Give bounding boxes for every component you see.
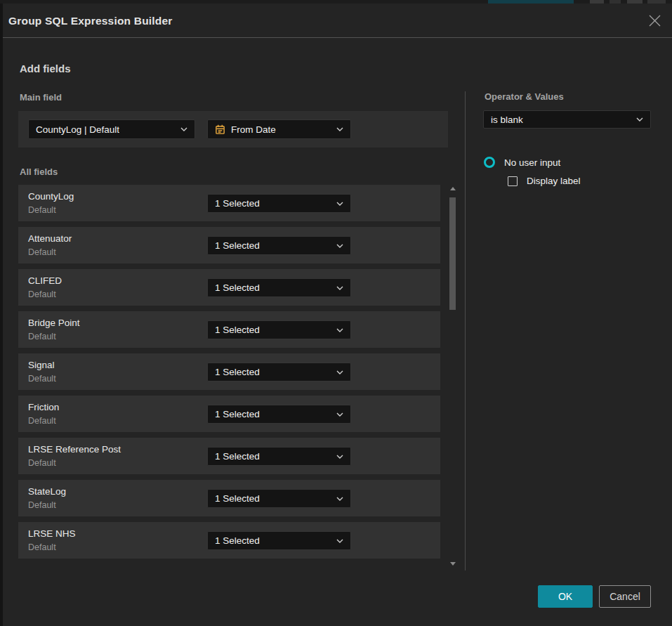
- scroll-up-icon[interactable]: [450, 187, 456, 190]
- field-values-select-value: 1 Selected: [215, 282, 260, 293]
- field-sublabel: Default: [28, 289, 56, 299]
- field-sublabel: Default: [28, 542, 56, 552]
- field-sublabel: Default: [28, 205, 56, 215]
- list-scrollbar[interactable]: [449, 185, 457, 568]
- radio-label: No user input: [504, 157, 560, 168]
- dialog-header: Group SQL Expression Builder: [3, 4, 672, 38]
- field-name: LRSE Reference Post: [28, 444, 121, 455]
- field-name: Bridge Point: [28, 318, 80, 328]
- chevron-down-icon: [336, 497, 343, 501]
- field-sublabel: Default: [28, 332, 56, 341]
- chevron-down-icon: [636, 117, 643, 122]
- field-row: LRSE NHS Default 1 Selected: [18, 522, 440, 559]
- all-fields-list: CountyLog Default 1 Selected Attenuator …: [18, 185, 440, 564]
- panel-divider: [465, 91, 466, 570]
- field-sublabel: Default: [28, 500, 56, 510]
- field-values-select[interactable]: 1 Selected: [207, 236, 351, 255]
- scroll-down-icon[interactable]: [450, 562, 456, 566]
- chevron-down-icon: [336, 244, 343, 248]
- main-field-box: CountyLog | Default From Date: [18, 111, 448, 148]
- field-values-select[interactable]: 1 Selected: [207, 278, 351, 297]
- main-layer-select-value: CountyLog | Default: [36, 124, 119, 135]
- field-name: Attenuator: [28, 233, 72, 244]
- field-sublabel: Default: [28, 374, 56, 384]
- field-row: CLIFED Default 1 Selected: [18, 269, 440, 306]
- ok-button[interactable]: OK: [538, 585, 593, 608]
- field-values-select[interactable]: 1 Selected: [207, 320, 351, 339]
- chevron-down-icon: [336, 328, 343, 332]
- chevron-down-icon: [336, 539, 343, 543]
- field-row: StateLog Default 1 Selected: [18, 480, 440, 516]
- field-values-select[interactable]: 1 Selected: [207, 489, 351, 508]
- radio-selected-icon: [484, 157, 495, 168]
- close-icon: [649, 15, 661, 27]
- main-field-select-value: From Date: [231, 124, 276, 135]
- add-fields-heading: Add fields: [20, 63, 71, 74]
- dialog-title: Group SQL Expression Builder: [8, 4, 173, 38]
- chevron-down-icon: [336, 202, 343, 206]
- no-user-input-radio[interactable]: No user input: [484, 157, 560, 168]
- field-values-select[interactable]: 1 Selected: [207, 447, 351, 466]
- field-values-select[interactable]: 1 Selected: [207, 194, 351, 213]
- field-values-select-value: 1 Selected: [215, 493, 260, 504]
- field-name: LRSE NHS: [28, 528, 76, 539]
- field-values-select-value: 1 Selected: [215, 367, 260, 377]
- chevron-down-icon: [336, 412, 343, 417]
- field-row: Attenuator Default 1 Selected: [18, 227, 440, 263]
- chevron-down-icon: [336, 455, 343, 459]
- checkbox-label: Display label: [527, 176, 581, 186]
- field-values-select-value: 1 Selected: [215, 451, 260, 462]
- field-values-select-value: 1 Selected: [215, 535, 260, 546]
- close-button[interactable]: [647, 13, 662, 28]
- field-values-select[interactable]: 1 Selected: [207, 363, 351, 382]
- field-name: CLIFED: [28, 275, 62, 286]
- field-values-select[interactable]: 1 Selected: [207, 531, 351, 550]
- field-name: Signal: [28, 360, 55, 370]
- all-fields-label: All fields: [20, 167, 58, 177]
- main-layer-select[interactable]: CountyLog | Default: [28, 119, 195, 139]
- chevron-down-icon: [336, 127, 343, 131]
- field-values-select-value: 1 Selected: [215, 198, 260, 209]
- field-name: Friction: [28, 402, 59, 412]
- chevron-down-icon: [336, 370, 343, 374]
- field-row: Friction Default 1 Selected: [18, 396, 440, 432]
- chevron-down-icon: [336, 286, 343, 290]
- operator-select[interactable]: is blank: [483, 110, 651, 129]
- main-field-label: Main field: [20, 92, 62, 103]
- calendar-icon: [215, 124, 225, 135]
- field-row: LRSE Reference Post Default 1 Selected: [18, 438, 440, 474]
- operator-values-heading: Operator & Values: [485, 91, 564, 102]
- field-values-select-value: 1 Selected: [215, 409, 260, 419]
- operator-select-value: is blank: [491, 115, 523, 125]
- group-sql-expression-builder-dialog: Group SQL Expression Builder Add fields …: [3, 4, 672, 626]
- field-row: CountyLog Default 1 Selected: [18, 185, 440, 221]
- cancel-button[interactable]: Cancel: [599, 585, 651, 608]
- field-values-select-value: 1 Selected: [215, 240, 260, 251]
- field-sublabel: Default: [28, 416, 56, 426]
- field-values-select[interactable]: 1 Selected: [207, 405, 351, 424]
- field-name: StateLog: [28, 486, 66, 497]
- field-values-select-value: 1 Selected: [215, 325, 260, 335]
- checkbox-unchecked-icon: [508, 176, 518, 186]
- field-name: CountyLog: [28, 191, 74, 202]
- field-row: Bridge Point Default 1 Selected: [18, 311, 440, 348]
- display-label-checkbox[interactable]: Display label: [508, 176, 581, 186]
- main-field-select[interactable]: From Date: [207, 119, 351, 139]
- scrollbar-thumb[interactable]: [449, 197, 456, 310]
- chevron-down-icon: [180, 127, 187, 131]
- field-sublabel: Default: [28, 458, 56, 468]
- field-row: Signal Default 1 Selected: [18, 353, 440, 390]
- field-sublabel: Default: [28, 247, 56, 257]
